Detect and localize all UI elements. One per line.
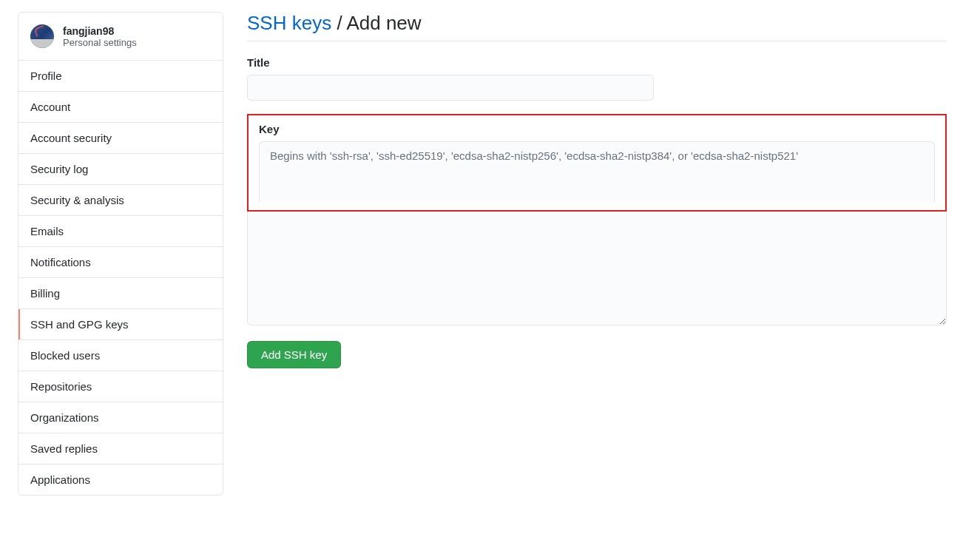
- sidebar-item-label: Emails: [30, 225, 64, 237]
- sidebar-item-label: Account security: [30, 132, 112, 144]
- sidebar-item-label: SSH and GPG keys: [30, 318, 129, 331]
- page-heading: SSH keys / Add new: [247, 12, 947, 41]
- sidebar-item-label: Billing: [30, 287, 60, 300]
- key-label: Key: [259, 123, 935, 135]
- sidebar-item-saved-replies[interactable]: Saved replies: [18, 433, 223, 465]
- sidebar-item-ssh-and-gpg-keys[interactable]: SSH and GPG keys: [18, 309, 223, 340]
- sidebar-item-label: Saved replies: [30, 442, 98, 455]
- key-highlight-annotation: Key: [247, 114, 947, 212]
- sidebar-item-label: Account: [30, 101, 70, 113]
- sidebar-item-emails[interactable]: Emails: [18, 216, 223, 247]
- sidebar-item-account-security[interactable]: Account security: [18, 123, 223, 154]
- sidebar-item-label: Profile: [30, 70, 62, 82]
- sidebar-item-label: Security & analysis: [30, 194, 124, 206]
- breadcrumb-current: Add new: [346, 12, 421, 34]
- sidebar-item-notifications[interactable]: Notifications: [18, 247, 223, 278]
- sidebar-item-profile[interactable]: Profile: [18, 61, 223, 92]
- sidebar-item-label: Notifications: [30, 256, 91, 268]
- sidebar-item-blocked-users[interactable]: Blocked users: [18, 340, 223, 371]
- sidebar-subtitle: Personal settings: [63, 37, 137, 48]
- sidebar-user-header[interactable]: fangjian98 Personal settings: [18, 13, 223, 61]
- sidebar-item-security-analysis[interactable]: Security & analysis: [18, 185, 223, 216]
- avatar: [30, 24, 54, 48]
- breadcrumb-link-ssh-keys[interactable]: SSH keys: [247, 12, 331, 34]
- sidebar-nav: ProfileAccountAccount securitySecurity l…: [18, 61, 223, 495]
- sidebar-item-label: Applications: [30, 473, 90, 486]
- sidebar-item-label: Organizations: [30, 411, 99, 424]
- sidebar-item-label: Repositories: [30, 380, 92, 393]
- sidebar-item-organizations[interactable]: Organizations: [18, 402, 223, 433]
- sidebar-item-label: Security log: [30, 163, 88, 175]
- settings-sidebar: fangjian98 Personal settings ProfileAcco…: [18, 12, 223, 496]
- add-ssh-key-button[interactable]: Add SSH key: [247, 341, 341, 368]
- sidebar-item-security-log[interactable]: Security log: [18, 154, 223, 185]
- title-label: Title: [247, 56, 947, 69]
- sidebar-item-account[interactable]: Account: [18, 92, 223, 123]
- sidebar-item-repositories[interactable]: Repositories: [18, 371, 223, 402]
- sidebar-item-billing[interactable]: Billing: [18, 278, 223, 309]
- username: fangjian98: [63, 25, 137, 37]
- main-content: SSH keys / Add new Title Key Add SSH key: [247, 12, 947, 496]
- sidebar-item-label: Blocked users: [30, 349, 100, 362]
- sidebar-item-applications[interactable]: Applications: [18, 465, 223, 495]
- title-input[interactable]: [247, 75, 654, 101]
- breadcrumb-separator: /: [331, 12, 346, 34]
- key-textarea[interactable]: [259, 141, 935, 202]
- key-textarea-continuation[interactable]: [247, 212, 947, 325]
